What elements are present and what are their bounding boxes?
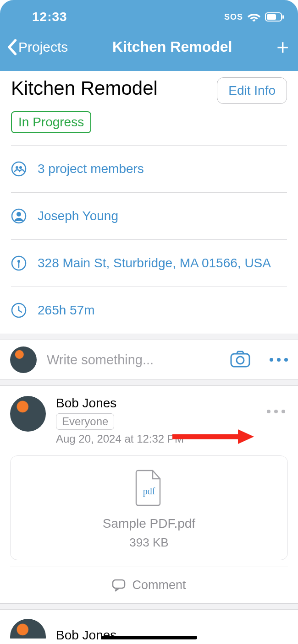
members-row[interactable]: 3 project members <box>11 146 287 193</box>
owner-row[interactable]: Joseph Young <box>11 193 287 240</box>
compose-more-icon[interactable] <box>270 358 288 362</box>
file-name: Sample PDF.pdf <box>15 516 283 531</box>
nav-bar: Projects Kitchen Remodel + <box>0 27 298 71</box>
svg-point-4 <box>16 166 18 169</box>
camera-icon[interactable] <box>230 350 250 369</box>
post-author[interactable]: Bob Jones <box>56 628 116 643</box>
compose-input[interactable]: Write something... <box>47 352 220 368</box>
nav-title: Kitchen Remodel <box>68 38 276 55</box>
svg-point-13 <box>237 357 244 364</box>
pdf-file-icon: pdf <box>134 470 164 508</box>
section-divider <box>0 603 298 610</box>
svg-point-5 <box>19 166 22 169</box>
avatar[interactable] <box>10 346 37 373</box>
post-timestamp: Aug 20, 2024 at 12:32 PM <box>56 433 288 445</box>
map-pin-icon <box>11 255 27 271</box>
home-indicator[interactable] <box>101 636 197 639</box>
project-status-badge: In Progress <box>11 111 91 133</box>
project-title: Kitchen Remodel <box>11 77 158 99</box>
status-icons: SOS <box>224 12 284 22</box>
compose-row: Write something... <box>0 340 298 379</box>
attachment-card[interactable]: pdf Sample PDF.pdf 393 KB <box>10 455 288 560</box>
sos-indicator: SOS <box>224 12 243 22</box>
comment-label: Comment <box>132 578 186 592</box>
post: Bob Jones Everyone Aug 20, 2024 at 12:32… <box>0 386 298 603</box>
section-divider <box>0 379 298 386</box>
wifi-icon <box>248 12 260 22</box>
avatar[interactable] <box>10 396 46 432</box>
status-bar: 12:33 SOS <box>0 0 298 27</box>
comment-button[interactable]: Comment <box>10 567 288 603</box>
svg-point-7 <box>17 212 21 216</box>
members-icon <box>11 161 27 177</box>
section-divider <box>0 334 298 340</box>
duration-row[interactable]: 265h 57m <box>11 287 287 334</box>
svg-rect-2 <box>282 15 284 19</box>
post-author[interactable]: Bob Jones <box>56 396 288 411</box>
post-more-icon[interactable] <box>267 410 285 413</box>
person-icon <box>11 208 27 224</box>
address-text: 328 Main St, Sturbridge, MA 01566, USA <box>38 256 271 271</box>
edit-info-button[interactable]: Edit Info <box>217 77 287 104</box>
svg-rect-12 <box>231 354 249 367</box>
add-button[interactable]: + <box>276 35 289 60</box>
pdf-badge: pdf <box>143 486 155 497</box>
avatar[interactable] <box>10 619 46 644</box>
back-button[interactable]: Projects <box>6 39 68 55</box>
project-info-section: Kitchen Remodel Edit Info In Progress 3 … <box>0 71 298 334</box>
svg-rect-14 <box>113 580 125 588</box>
comment-icon <box>112 579 126 592</box>
address-row[interactable]: 328 Main St, Sturbridge, MA 01566, USA <box>11 240 287 287</box>
app-header: 12:33 SOS Projects Kitchen Remodel + <box>0 0 298 71</box>
svg-rect-1 <box>267 14 276 20</box>
clock-icon <box>11 303 27 318</box>
duration-text: 265h 57m <box>38 303 95 318</box>
members-text: 3 project members <box>38 162 144 176</box>
chevron-left-icon <box>6 39 17 55</box>
file-size: 393 KB <box>15 536 283 550</box>
svg-point-3 <box>12 162 26 176</box>
owner-text: Joseph Young <box>38 209 118 223</box>
status-time: 12:33 <box>32 10 67 24</box>
battery-icon <box>265 12 284 22</box>
back-label: Projects <box>18 39 68 55</box>
audience-badge: Everyone <box>56 413 114 430</box>
